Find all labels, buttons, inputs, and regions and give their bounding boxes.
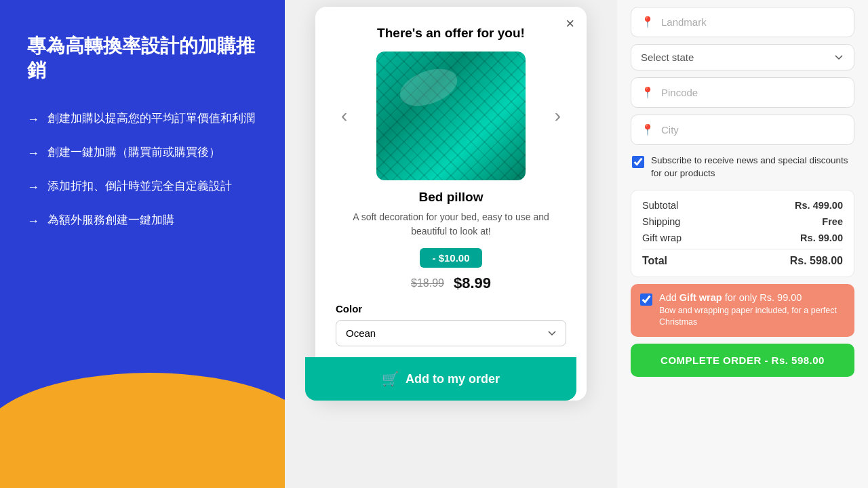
pincode-input[interactable] bbox=[661, 87, 844, 98]
state-select-group: Select state bbox=[631, 44, 854, 70]
location-icon: 📍 bbox=[641, 16, 654, 28]
color-label: Color bbox=[336, 303, 566, 314]
right-panel: 📍 Select state 📍 📍 Subscribe to receive … bbox=[617, 0, 868, 488]
list-item: → 添加折扣、倒計時並完全自定義設計 bbox=[27, 178, 258, 196]
gift-wrap-checkbox[interactable] bbox=[640, 293, 652, 306]
list-item: → 創建加購以提高您的平均訂單價值和利潤 bbox=[27, 110, 258, 128]
list-item-text: 添加折扣、倒計時並完全自定義設計 bbox=[47, 178, 232, 195]
discount-badge: - $10.00 bbox=[420, 248, 481, 268]
next-button[interactable]: › bbox=[549, 102, 566, 129]
subscribe-row: Subscribe to receive news and special di… bbox=[631, 152, 854, 183]
price-row: $18.99 $8.99 bbox=[411, 274, 491, 292]
gift-promo-line2: Bow and wrapping paper included, for a p… bbox=[659, 305, 845, 329]
add-to-order-button[interactable]: 🛒 Add to my order bbox=[305, 357, 576, 401]
prev-button[interactable]: ‹ bbox=[336, 102, 353, 129]
total-label: Total bbox=[642, 255, 667, 267]
list-item-text: 為額外服務創建一鍵加購 bbox=[47, 212, 174, 228]
arrow-icon: → bbox=[27, 213, 39, 230]
gift-wrap-promo-text: Add Gift wrap for only Rs. 99.00 Bow and… bbox=[659, 292, 845, 329]
landmark-input[interactable] bbox=[661, 16, 844, 28]
total-value: Rs. 598.00 bbox=[790, 255, 843, 267]
gift-wrap-value: Rs. 99.00 bbox=[800, 232, 843, 243]
sale-price: $8.99 bbox=[454, 274, 491, 292]
gift-wrap-label: Gift wrap bbox=[642, 232, 682, 243]
total-row: Total Rs. 598.00 bbox=[642, 249, 843, 267]
list-item-text: 創建一鍵加購（購買前或購買後） bbox=[47, 144, 220, 161]
shipping-row: Shipping Free bbox=[642, 216, 843, 227]
original-price: $18.99 bbox=[411, 277, 444, 289]
color-select[interactable]: Ocean Teal Navy bbox=[336, 320, 566, 346]
modal: × There's an offer for you! ‹ › Bed pill… bbox=[315, 7, 587, 401]
shipping-label: Shipping bbox=[642, 216, 680, 227]
list-item: → 創建一鍵加購（購買前或購買後） bbox=[27, 144, 258, 162]
subtotal-value: Rs. 499.00 bbox=[795, 200, 843, 211]
cart-icon: 🛒 bbox=[382, 371, 399, 387]
order-summary: Subtotal Rs. 499.00 Shipping Free Gift w… bbox=[631, 190, 854, 277]
pincode-field-group: 📍 bbox=[631, 77, 854, 108]
close-button[interactable]: × bbox=[566, 16, 574, 31]
modal-area: × There's an offer for you! ‹ › Bed pill… bbox=[285, 0, 617, 488]
list-item-text: 創建加購以提高您的平均訂單價值和利潤 bbox=[47, 110, 255, 127]
left-title: 專為高轉換率設計的加購推銷 bbox=[27, 34, 258, 83]
subtotal-label: Subtotal bbox=[642, 200, 678, 211]
location-icon: 📍 bbox=[641, 123, 654, 136]
modal-title: There's an offer for you! bbox=[377, 26, 525, 41]
landmark-field-group: 📍 bbox=[631, 7, 854, 37]
subscribe-checkbox[interactable] bbox=[632, 156, 644, 168]
gift-wrap-promo: Add Gift wrap for only Rs. 99.00 Bow and… bbox=[631, 284, 854, 337]
product-description: A soft decoration for your bed, easy to … bbox=[336, 210, 566, 239]
subtotal-row: Subtotal Rs. 499.00 bbox=[642, 200, 843, 211]
add-to-order-label: Add to my order bbox=[406, 372, 500, 386]
product-image-area: ‹ › bbox=[336, 52, 566, 180]
subscribe-text: Subscribe to receive news and special di… bbox=[651, 155, 853, 180]
left-items: → 創建加購以提高您的平均訂單價值和利潤 → 創建一鍵加購（購買前或購買後） →… bbox=[27, 110, 258, 230]
state-select[interactable]: Select state bbox=[641, 52, 844, 63]
arrow-icon: → bbox=[27, 179, 39, 196]
product-name: Bed pillow bbox=[419, 190, 484, 205]
list-item: → 為額外服務創建一鍵加購 bbox=[27, 212, 258, 230]
arrow-icon: → bbox=[27, 145, 39, 162]
arrow-icon: → bbox=[27, 111, 39, 128]
city-field-group: 📍 bbox=[631, 115, 854, 145]
product-image bbox=[376, 52, 526, 180]
gift-promo-line1: Add Gift wrap for only Rs. 99.00 bbox=[659, 292, 845, 303]
gift-wrap-row: Gift wrap Rs. 99.00 bbox=[642, 232, 843, 243]
location-icon: 📍 bbox=[641, 86, 654, 99]
complete-order-button[interactable]: COMPLETE ORDER - Rs. 598.00 bbox=[631, 344, 854, 377]
city-input[interactable] bbox=[661, 124, 844, 136]
shipping-value: Free bbox=[822, 216, 843, 227]
left-panel: 專為高轉換率設計的加購推銷 → 創建加購以提高您的平均訂單價值和利潤 → 創建一… bbox=[0, 0, 285, 488]
